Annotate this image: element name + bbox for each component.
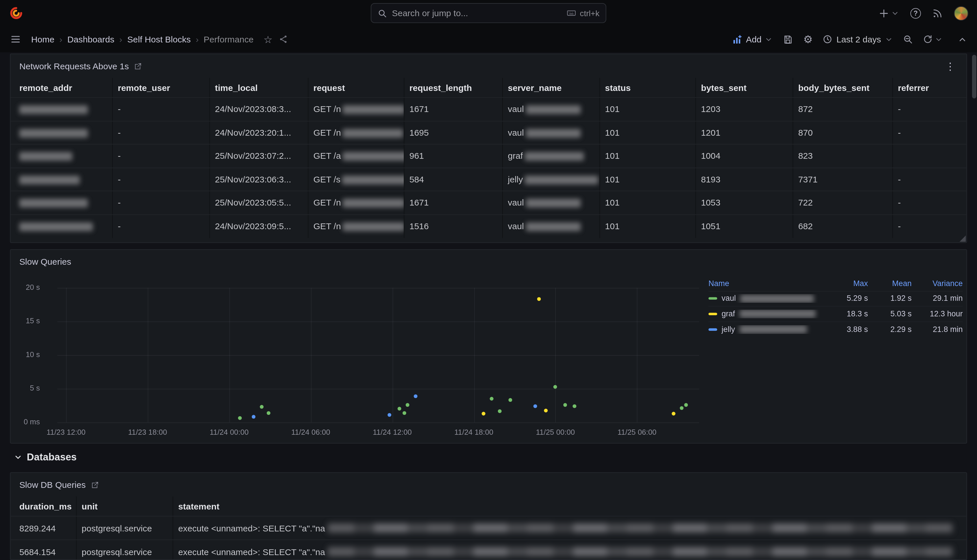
table-row: 5684.154 postgresql.service execute <unn…	[11, 540, 967, 560]
time-range-picker[interactable]: Last 2 days	[823, 34, 893, 45]
user-avatar[interactable]	[954, 6, 968, 20]
legend-column-name[interactable]: Name	[709, 279, 824, 288]
column-header-duration-ms[interactable]: duration_ms	[15, 497, 77, 516]
panel-header: Network Requests Above 1s ⋮	[11, 54, 967, 78]
share-icon[interactable]	[278, 34, 289, 45]
cell-remote-user: -	[113, 168, 210, 191]
series-name[interactable]: vaul	[722, 294, 736, 303]
breadcrumb-separator: ›	[119, 34, 122, 45]
x-axis-tick-label: 11/24 00:00	[201, 428, 257, 437]
search-input[interactable]: Search or jump to... ctrl+k	[371, 3, 606, 23]
breadcrumb-bar: Home › Dashboards › Self Host Blocks › P…	[0, 26, 977, 53]
request-prefix: GET /n	[313, 221, 341, 231]
panel-slow-db-queries: Slow DB Queries duration_ms unit stateme…	[10, 472, 967, 560]
data-point[interactable]	[509, 398, 512, 402]
series-name[interactable]: jelly	[722, 325, 735, 334]
column-header-referrer[interactable]: referrer	[893, 78, 963, 97]
column-header-remote-user[interactable]: remote_user	[113, 78, 210, 97]
column-header-status[interactable]: status	[600, 78, 696, 97]
time-range-label: Last 2 days	[836, 34, 881, 45]
data-point[interactable]	[498, 409, 502, 413]
breadcrumb-self-host-blocks[interactable]: Self Host Blocks	[127, 34, 191, 45]
legend-column-mean[interactable]: Mean	[868, 279, 912, 288]
data-point[interactable]	[482, 412, 485, 415]
column-header-time-local[interactable]: time_local	[210, 78, 308, 97]
column-header-body-bytes-sent[interactable]: body_bytes_sent	[793, 78, 893, 97]
data-point[interactable]	[672, 412, 675, 415]
server-prefix: graf	[508, 151, 523, 161]
data-point[interactable]	[554, 385, 557, 388]
data-point[interactable]	[252, 415, 255, 418]
panel-slow-queries: Slow Queries 11/23 12:0011/23 18:0011/24…	[10, 249, 967, 443]
page-scrollbar-thumb[interactable]	[972, 55, 976, 98]
add-button[interactable]: Add	[732, 34, 773, 45]
column-header-unit[interactable]: unit	[77, 497, 173, 516]
data-point[interactable]	[684, 403, 688, 407]
data-point[interactable]	[260, 405, 263, 409]
redacted-value	[19, 129, 88, 137]
column-header-statement[interactable]: statement	[173, 497, 962, 516]
table-row: - 25/Nov/2023:05:5... GET /n 1671 vaul 1…	[11, 192, 967, 215]
external-link-icon[interactable]	[134, 62, 142, 70]
cell-request: GET /n	[308, 121, 404, 144]
help-icon[interactable]: ?	[910, 8, 921, 18]
dashboard-settings-gear-icon[interactable]: ⚙	[803, 34, 813, 45]
zoom-out-icon[interactable]	[903, 34, 913, 45]
chevron-down-icon	[885, 35, 893, 43]
panel-title[interactable]: Network Requests Above 1s	[19, 61, 129, 71]
search-icon	[378, 8, 387, 18]
redacted-value	[19, 199, 88, 208]
data-point[interactable]	[405, 403, 409, 407]
breadcrumb-dashboards[interactable]: Dashboards	[67, 34, 114, 45]
external-link-icon[interactable]	[91, 481, 99, 489]
favorite-star-icon[interactable]: ☆	[263, 33, 273, 45]
column-header-request[interactable]: request	[308, 78, 404, 97]
cell-remote-addr	[15, 168, 113, 191]
panel-title[interactable]: Slow Queries	[19, 257, 71, 267]
column-header-remote-addr[interactable]: remote_addr	[15, 78, 113, 97]
section-row-databases[interactable]: Databases	[13, 448, 77, 466]
series-name[interactable]: graf	[722, 310, 735, 318]
panel-header: Slow Queries	[11, 250, 967, 273]
legend-column-variance[interactable]: Variance	[912, 279, 962, 288]
cell-server-name: vaul	[503, 121, 600, 144]
x-axis-tick-label: 11/24 12:00	[364, 428, 420, 437]
save-dashboard-icon[interactable]	[783, 34, 794, 45]
series-marker[interactable]	[709, 328, 717, 331]
breadcrumb-home[interactable]: Home	[31, 34, 55, 45]
menu-hamburger-icon[interactable]	[10, 34, 22, 45]
column-header-request-length[interactable]: request_length	[405, 78, 503, 97]
legend-column-max[interactable]: Max	[824, 279, 868, 288]
chevron-down-icon	[935, 35, 943, 43]
cell-request-length: 1516	[405, 215, 503, 238]
series-marker[interactable]	[709, 313, 717, 315]
data-point[interactable]	[397, 407, 401, 411]
data-point[interactable]	[544, 408, 548, 412]
column-header-server-name[interactable]: server_name	[503, 78, 600, 97]
refresh-button[interactable]	[923, 34, 943, 45]
data-point[interactable]	[403, 411, 407, 415]
data-point[interactable]	[572, 404, 576, 408]
data-point[interactable]	[238, 416, 242, 420]
series-marker[interactable]	[709, 297, 717, 300]
redacted-value	[19, 105, 88, 114]
cell-server-name: vaul	[503, 215, 600, 238]
data-point[interactable]	[680, 407, 684, 410]
search-shortcut-label: ctrl+k	[580, 8, 599, 18]
data-point[interactable]	[537, 297, 541, 301]
news-rss-icon[interactable]	[932, 8, 943, 18]
data-point[interactable]	[563, 403, 567, 407]
collapse-topbar-chevron-up-icon[interactable]	[958, 35, 967, 44]
scatter-plot[interactable]: 11/23 12:0011/23 18:0011/24 00:0011/24 0…	[47, 282, 702, 425]
grafana-logo-icon[interactable]	[9, 5, 24, 20]
data-point[interactable]	[490, 397, 494, 401]
column-header-bytes-sent[interactable]: bytes_sent	[696, 78, 794, 97]
data-point[interactable]	[413, 394, 417, 398]
data-point[interactable]	[267, 411, 270, 415]
data-point[interactable]	[533, 404, 537, 408]
panel-menu-kebab-icon[interactable]: ⋮	[943, 60, 958, 72]
new-dropdown-button[interactable]	[879, 8, 899, 18]
panel-title[interactable]: Slow DB Queries	[19, 480, 86, 490]
panel-resize-handle[interactable]	[960, 235, 966, 242]
data-point[interactable]	[388, 413, 392, 417]
